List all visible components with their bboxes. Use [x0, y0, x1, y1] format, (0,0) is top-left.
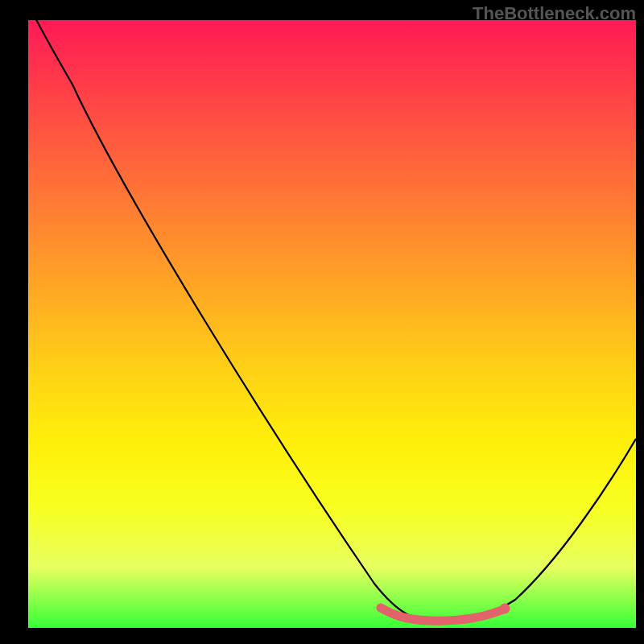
bottleneck-curve: [28, 20, 636, 628]
curve-marker-dot: [500, 604, 510, 614]
curve-path: [28, 20, 636, 621]
plot-area: [28, 20, 636, 628]
chart-container: TheBottleneck.com: [0, 0, 644, 644]
watermark: TheBottleneck.com: [473, 3, 636, 24]
